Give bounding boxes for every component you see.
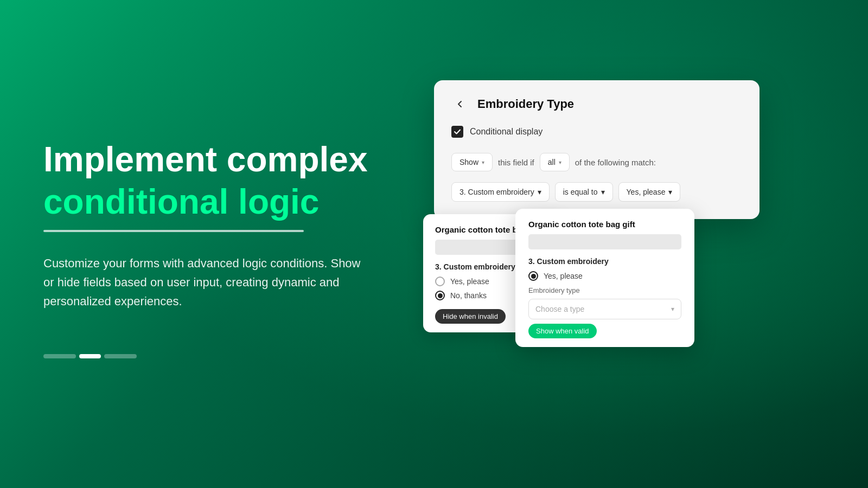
right-radio-yes-outer[interactable] (528, 271, 538, 281)
headline-line2: conditional logic (43, 183, 380, 221)
pagination (43, 354, 380, 358)
left-panel: Implement complex conditional logic Cust… (0, 0, 423, 488)
field-selector-chevron-icon: ▾ (538, 188, 541, 196)
field-condition-row: 3. Custom embroidery ▾ is equal to ▾ Yes… (451, 182, 742, 202)
show-badge-text: Show when valid (528, 324, 597, 338)
following-match-text: of the following match: (575, 158, 656, 167)
show-label: Show (459, 158, 478, 166)
operator-dropdown[interactable]: is equal to ▾ (555, 182, 613, 202)
all-chevron-icon: ▾ (559, 159, 561, 165)
right-product-name: Organic cotton tote bag gift (528, 220, 681, 229)
type-chevron-icon: ▾ (671, 305, 674, 313)
right-radio-yes-label: Yes, please (544, 272, 583, 280)
conditional-display-label: Conditional display (470, 127, 542, 137)
pagination-dot-3[interactable] (104, 354, 137, 358)
left-radio-yes-label: Yes, please (450, 277, 489, 286)
all-dropdown[interactable]: all ▾ (540, 153, 570, 171)
show-dropdown[interactable]: Show ▾ (451, 153, 493, 171)
description-text: Customize your forms with advanced logic… (43, 254, 369, 311)
hide-badge-text: Hide when invalid (435, 309, 506, 324)
underline-decoration (43, 230, 304, 232)
type-placeholder: Choose a type (535, 305, 584, 313)
left-radio-no-label: No, thanks (450, 291, 487, 300)
card-header: Embroidery Type (451, 95, 742, 113)
field-selector-label: 3. Custom embroidery (459, 188, 534, 196)
left-radio-no-outer[interactable] (435, 291, 445, 300)
back-button[interactable] (451, 95, 469, 113)
left-radio-no-inner (438, 293, 443, 298)
show-chevron-icon: ▾ (482, 159, 484, 165)
pagination-dot-2[interactable] (79, 354, 101, 358)
show-badge-container: Show when valid (528, 319, 681, 338)
field-if-text: this field if (498, 158, 534, 167)
value-dropdown[interactable]: Yes, please ▾ (618, 182, 681, 202)
card-title: Embroidery Type (477, 97, 574, 111)
operator-label: is equal to (563, 188, 598, 196)
left-radio-yes-outer[interactable] (435, 277, 445, 286)
conditional-display-checkbox[interactable] (451, 126, 463, 138)
value-chevron-icon: ▾ (668, 188, 672, 196)
all-label: all (548, 158, 556, 166)
pagination-dot-1[interactable] (43, 354, 76, 358)
right-panel: Embroidery Type Conditional display Show… (423, 0, 868, 488)
operator-chevron-icon: ▾ (601, 188, 605, 196)
right-field-label: 3. Custom embroidery (528, 257, 681, 266)
checkbox-row: Conditional display (451, 126, 742, 138)
field-selector-dropdown[interactable]: 3. Custom embroidery ▾ (451, 182, 550, 202)
preview-card-right: Organic cotton tote bag gift 3. Custom e… (515, 209, 694, 347)
embroidery-type-label: Embroidery type (528, 286, 681, 294)
headline-line1: Implement complex (43, 140, 380, 178)
type-dropdown[interactable]: Choose a type ▾ (528, 299, 681, 319)
condition-row: Show ▾ this field if all ▾ of the follow… (451, 153, 742, 171)
value-label: Yes, please (627, 188, 666, 196)
main-settings-card: Embroidery Type Conditional display Show… (434, 80, 760, 219)
right-input-bar (528, 234, 681, 249)
right-radio-yes-inner (531, 274, 536, 279)
right-radio-yes: Yes, please (528, 271, 681, 281)
